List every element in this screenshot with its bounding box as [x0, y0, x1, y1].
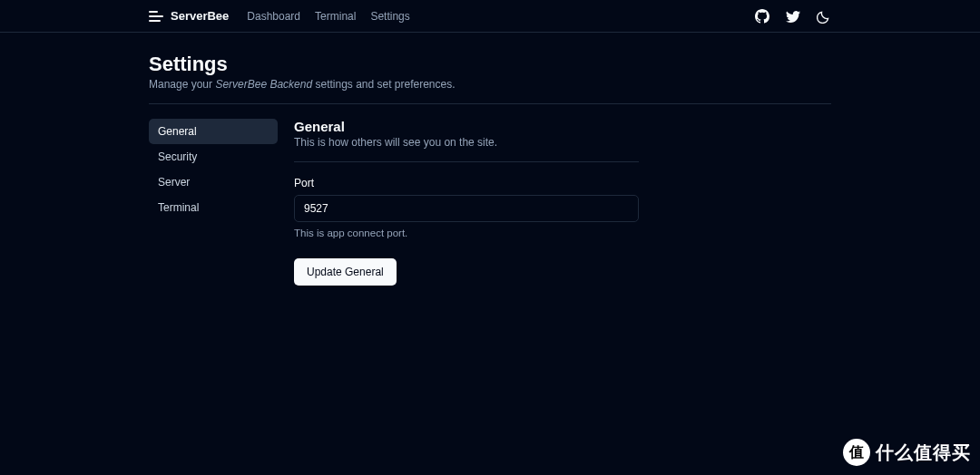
- sidebar-item-terminal[interactable]: Terminal: [149, 195, 278, 220]
- menu-icon: [149, 9, 163, 24]
- section-divider: [294, 161, 639, 162]
- sidebar-item-server[interactable]: Server: [149, 170, 278, 195]
- nav-links: Dashboard Terminal Settings: [247, 10, 409, 23]
- topbar: ServerBee Dashboard Terminal Settings: [0, 0, 980, 33]
- update-general-button[interactable]: Update General: [294, 258, 397, 286]
- brand[interactable]: ServerBee: [149, 9, 229, 24]
- watermark-text: 什么值得买: [876, 441, 971, 465]
- page-subtitle: Manage your ServerBee Backend settings a…: [149, 78, 831, 91]
- twitter-icon[interactable]: [786, 9, 800, 24]
- settings-layout: General Security Server Terminal General…: [149, 119, 831, 286]
- brand-name: ServerBee: [171, 9, 229, 23]
- topbar-left: ServerBee Dashboard Terminal Settings: [149, 9, 410, 24]
- topbar-right: [755, 9, 831, 24]
- moon-icon[interactable]: [817, 9, 831, 24]
- settings-sidebar: General Security Server Terminal: [149, 119, 278, 286]
- page-container: Settings Manage your ServerBee Backend s…: [0, 33, 980, 286]
- sidebar-item-security[interactable]: Security: [149, 144, 278, 170]
- nav-dashboard[interactable]: Dashboard: [247, 10, 300, 23]
- section-desc: This is how others will see you on the s…: [294, 136, 639, 149]
- watermark: 值 什么值得买: [843, 439, 971, 466]
- port-help: This is app connect port.: [294, 228, 639, 238]
- github-icon[interactable]: [755, 9, 769, 24]
- nav-settings[interactable]: Settings: [370, 10, 409, 23]
- nav-terminal[interactable]: Terminal: [315, 10, 356, 23]
- watermark-badge: 值: [843, 439, 870, 466]
- settings-content: General This is how others will see you …: [294, 119, 639, 286]
- port-label: Port: [294, 177, 639, 189]
- page-title: Settings: [149, 53, 831, 76]
- sidebar-item-general[interactable]: General: [149, 119, 278, 144]
- section-title: General: [294, 119, 639, 134]
- port-input[interactable]: [294, 195, 639, 222]
- divider: [149, 103, 831, 104]
